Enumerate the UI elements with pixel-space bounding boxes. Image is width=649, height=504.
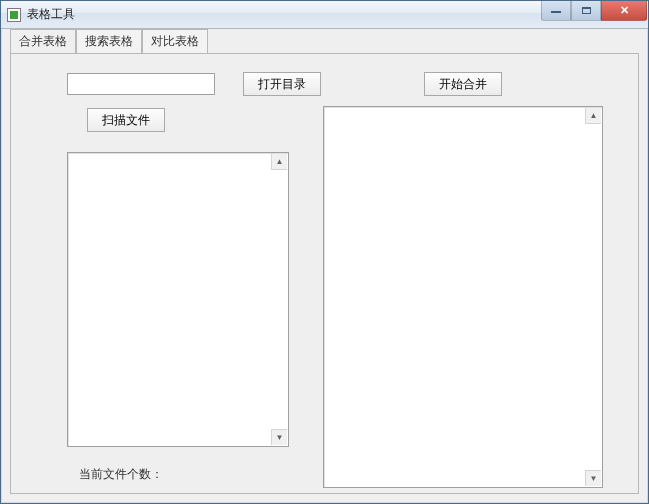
status-label: 当前文件个数： — [79, 466, 163, 483]
start-row: 开始合并 — [323, 72, 603, 96]
client-area: 合并表格 搜索表格 对比表格 打开目录 扫描文件 ▲ ▼ — [1, 29, 648, 503]
window-controls: ✕ — [541, 1, 647, 21]
scan-files-button[interactable]: 扫描文件 — [87, 108, 165, 132]
scroll-up-icon[interactable]: ▲ — [585, 108, 601, 124]
result-list-right[interactable]: ▲ ▼ — [323, 106, 603, 488]
minimize-button[interactable] — [541, 1, 571, 21]
window-title: 表格工具 — [27, 6, 75, 23]
tab-label: 搜索表格 — [85, 34, 133, 48]
close-icon: ✕ — [620, 5, 629, 16]
maximize-button[interactable] — [571, 1, 601, 21]
tab-label: 对比表格 — [151, 34, 199, 48]
titlebar: 表格工具 ✕ — [1, 1, 648, 29]
tab-merge[interactable]: 合并表格 — [10, 29, 76, 54]
right-column: 开始合并 ▲ ▼ — [323, 66, 603, 488]
maximize-icon — [582, 7, 591, 14]
open-dir-button[interactable]: 打开目录 — [243, 72, 321, 96]
path-input[interactable] — [67, 73, 215, 95]
scroll-up-icon[interactable]: ▲ — [271, 154, 287, 170]
tab-label: 合并表格 — [19, 34, 67, 48]
tab-compare[interactable]: 对比表格 — [142, 29, 208, 54]
merge-panel: 打开目录 扫描文件 ▲ ▼ 开始合并 ▲ ▼ — [10, 53, 639, 494]
file-count-label: 当前文件个数： — [79, 467, 163, 481]
tab-panel-wrap: 打开目录 扫描文件 ▲ ▼ 开始合并 ▲ ▼ — [10, 53, 639, 494]
scroll-down-icon[interactable]: ▼ — [585, 470, 601, 486]
tab-search[interactable]: 搜索表格 — [76, 29, 142, 54]
tab-bar: 合并表格 搜索表格 对比表格 — [2, 29, 647, 53]
file-list-left[interactable]: ▲ ▼ — [67, 152, 289, 447]
start-merge-button[interactable]: 开始合并 — [424, 72, 502, 96]
app-icon — [7, 8, 21, 22]
close-button[interactable]: ✕ — [601, 1, 647, 21]
app-window: 表格工具 ✕ 合并表格 搜索表格 对比表格 — [0, 0, 649, 504]
minimize-icon — [551, 11, 561, 13]
scroll-down-icon[interactable]: ▼ — [271, 429, 287, 445]
title-left: 表格工具 — [7, 6, 75, 23]
